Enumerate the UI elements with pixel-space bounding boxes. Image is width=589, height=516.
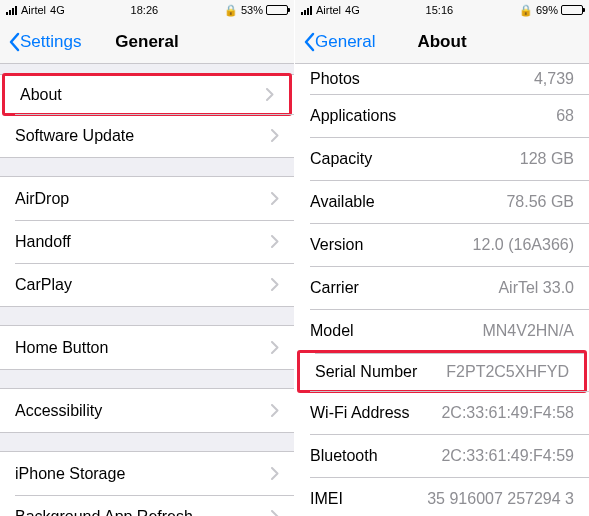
- row-label: Photos: [310, 70, 534, 88]
- row-value: 12.0 (16A366): [473, 236, 574, 254]
- clock: 15:16: [426, 4, 454, 16]
- row-label: Background App Refresh: [15, 508, 261, 517]
- chevron-right-icon: [266, 88, 274, 101]
- row-version[interactable]: Version12.0 (16A366): [295, 223, 589, 266]
- row-available[interactable]: Available78.56 GB: [295, 180, 589, 223]
- row-model[interactable]: ModelMN4V2HN/A: [295, 309, 589, 352]
- signal-icon: [6, 6, 17, 15]
- chevron-right-icon: [271, 129, 279, 142]
- row-label: iPhone Storage: [15, 465, 261, 483]
- carrier-label: Airtel: [21, 4, 46, 16]
- row-home-button[interactable]: Home Button: [0, 326, 294, 369]
- row-iphone-storage[interactable]: iPhone Storage: [0, 452, 294, 495]
- battery-percent: 53%: [241, 4, 263, 16]
- back-label: Settings: [20, 32, 81, 52]
- row-imei[interactable]: IMEI35 916007 257294 3: [295, 477, 589, 516]
- row-background-app-refresh[interactable]: Background App Refresh: [0, 495, 294, 516]
- row-label: Version: [310, 236, 473, 254]
- row-accessibility[interactable]: Accessibility: [0, 389, 294, 432]
- row-wi-fi-address[interactable]: Wi-Fi Address2C:33:61:49:F4:58: [295, 391, 589, 434]
- row-software-update[interactable]: Software Update: [0, 114, 294, 157]
- row-value: 35 916007 257294 3: [427, 490, 574, 508]
- battery-icon: [266, 5, 288, 15]
- chevron-right-icon: [271, 510, 279, 516]
- chevron-right-icon: [271, 235, 279, 248]
- row-value: AirTel 33.0: [498, 279, 574, 297]
- row-value: 68: [556, 107, 574, 125]
- carrier-label: Airtel: [316, 4, 341, 16]
- row-carplay[interactable]: CarPlay: [0, 263, 294, 306]
- row-label: Accessibility: [15, 402, 261, 420]
- status-bar: Airtel 4G 15:16 🔒 69%: [295, 0, 589, 20]
- clock: 18:26: [131, 4, 159, 16]
- content: Photos4,739Applications68Capacity128 GBA…: [295, 64, 589, 516]
- row-photos[interactable]: Photos4,739: [295, 64, 589, 94]
- row-label: About: [20, 86, 256, 104]
- chevron-right-icon: [271, 192, 279, 205]
- row-carrier[interactable]: CarrierAirTel 33.0: [295, 266, 589, 309]
- content: AboutSoftware UpdateAirDropHandoffCarPla…: [0, 64, 294, 516]
- row-label: Home Button: [15, 339, 261, 357]
- row-value: F2PT2C5XHFYD: [446, 363, 569, 381]
- back-button[interactable]: Settings: [0, 32, 81, 52]
- row-label: IMEI: [310, 490, 427, 508]
- row-label: Capacity: [310, 150, 520, 168]
- chevron-right-icon: [271, 404, 279, 417]
- row-label: AirDrop: [15, 190, 261, 208]
- lock-icon: 🔒: [519, 4, 533, 17]
- row-about[interactable]: About: [2, 73, 292, 116]
- row-label: Available: [310, 193, 506, 211]
- row-label: Carrier: [310, 279, 498, 297]
- chevron-left-icon: [8, 32, 20, 52]
- settings-general-screen: Airtel 4G 18:26 🔒 53% Settings General A…: [0, 0, 295, 516]
- back-label: General: [315, 32, 375, 52]
- row-value: MN4V2HN/A: [482, 322, 574, 340]
- signal-icon: [301, 6, 312, 15]
- row-label: Wi-Fi Address: [310, 404, 441, 422]
- chevron-right-icon: [271, 467, 279, 480]
- nav-bar: General About: [295, 20, 589, 64]
- row-value: 128 GB: [520, 150, 574, 168]
- status-bar: Airtel 4G 18:26 🔒 53%: [0, 0, 294, 20]
- row-handoff[interactable]: Handoff: [0, 220, 294, 263]
- row-value: 4,739: [534, 70, 574, 88]
- chevron-right-icon: [271, 341, 279, 354]
- row-value: 78.56 GB: [506, 193, 574, 211]
- row-serial-number[interactable]: Serial NumberF2PT2C5XHFYD: [297, 350, 587, 393]
- row-label: Serial Number: [315, 363, 446, 381]
- nav-bar: Settings General: [0, 20, 294, 64]
- row-value: 2C:33:61:49:F4:58: [441, 404, 574, 422]
- row-label: Bluetooth: [310, 447, 441, 465]
- network-label: 4G: [345, 4, 360, 16]
- row-airdrop[interactable]: AirDrop: [0, 177, 294, 220]
- row-label: Applications: [310, 107, 556, 125]
- row-bluetooth[interactable]: Bluetooth2C:33:61:49:F4:59: [295, 434, 589, 477]
- row-applications[interactable]: Applications68: [295, 94, 589, 137]
- lock-icon: 🔒: [224, 4, 238, 17]
- row-capacity[interactable]: Capacity128 GB: [295, 137, 589, 180]
- row-label: Software Update: [15, 127, 261, 145]
- settings-about-screen: Airtel 4G 15:16 🔒 69% General About Phot…: [295, 0, 589, 516]
- battery-percent: 69%: [536, 4, 558, 16]
- chevron-right-icon: [271, 278, 279, 291]
- network-label: 4G: [50, 4, 65, 16]
- row-value: 2C:33:61:49:F4:59: [441, 447, 574, 465]
- row-label: Handoff: [15, 233, 261, 251]
- row-label: CarPlay: [15, 276, 261, 294]
- back-button[interactable]: General: [295, 32, 375, 52]
- row-label: Model: [310, 322, 482, 340]
- battery-icon: [561, 5, 583, 15]
- chevron-left-icon: [303, 32, 315, 52]
